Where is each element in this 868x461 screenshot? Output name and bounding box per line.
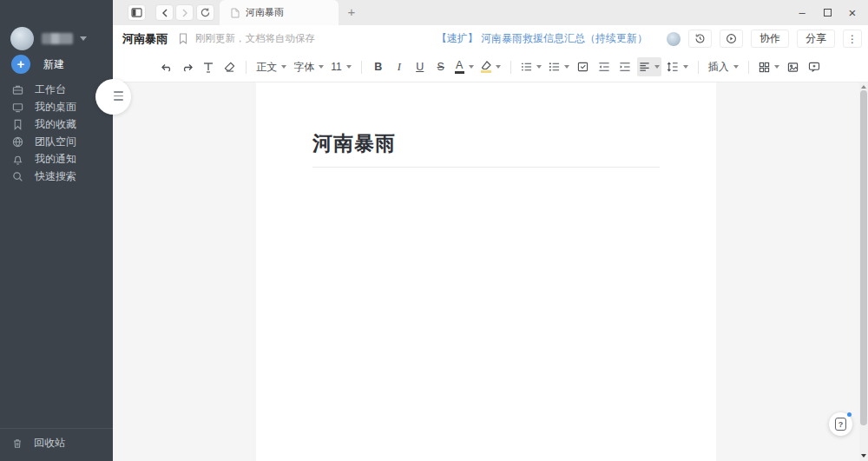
- bullet-list-icon: [549, 62, 560, 72]
- new-tab-button[interactable]: +: [342, 3, 361, 22]
- version-history-button[interactable]: [688, 30, 712, 48]
- checklist-button[interactable]: [575, 57, 592, 76]
- checklist-icon: [577, 62, 589, 72]
- sidebar-item-notifications[interactable]: 我的通知: [0, 150, 113, 168]
- notification-dot: [847, 412, 852, 417]
- format-painter-icon: [203, 62, 214, 73]
- maximize-button[interactable]: [815, 0, 839, 25]
- document-page[interactable]: 河南暴雨: [256, 82, 716, 461]
- notifications-icon: [12, 154, 23, 165]
- alignment-button[interactable]: [637, 57, 661, 76]
- minimize-button[interactable]: –: [790, 0, 814, 25]
- undo-icon: [161, 63, 173, 72]
- announcement-link[interactable]: 【速扩】 河南暴雨救援信息汇总（持续更新）: [437, 31, 648, 46]
- workbench-icon: [12, 84, 23, 95]
- back-button[interactable]: [155, 4, 174, 21]
- scrollbar-thumb[interactable]: [860, 90, 867, 425]
- plus-icon: +: [11, 55, 30, 74]
- font-size-dropdown[interactable]: 11: [329, 57, 352, 76]
- header-actions: 【速扩】 河南暴雨救援信息汇总（持续更新） 协作 分享 ⋮: [437, 25, 862, 52]
- strikethrough-button[interactable]: S: [432, 57, 450, 76]
- toolbar-divider: [246, 61, 247, 74]
- chevron-down-icon: [496, 65, 501, 69]
- trash-icon: [12, 438, 23, 449]
- history-icon: [694, 33, 706, 44]
- chevron-down-icon: [319, 65, 324, 69]
- image-icon: [787, 62, 799, 73]
- user-name-blurred: [42, 33, 73, 44]
- insert-table-button[interactable]: [757, 57, 781, 76]
- sidebar-item-quick-search[interactable]: 快速搜索: [0, 168, 113, 185]
- insert-image-button[interactable]: [785, 57, 802, 76]
- format-painter-button[interactable]: [200, 57, 217, 76]
- underline-button[interactable]: U: [411, 57, 429, 76]
- tab-active[interactable]: 河南暴雨: [220, 0, 339, 25]
- document-title[interactable]: 河南暴雨: [312, 130, 396, 157]
- sidebar-divider: [0, 428, 113, 429]
- font-color-button[interactable]: A: [453, 57, 476, 76]
- clear-format-button[interactable]: [220, 57, 238, 76]
- collaborate-button[interactable]: 协作: [751, 30, 789, 48]
- undo-button[interactable]: [158, 57, 175, 76]
- italic-button[interactable]: I: [391, 57, 408, 76]
- sidebar-item-recycle-bin[interactable]: 回收站: [0, 434, 113, 451]
- highlighter-icon: [481, 61, 491, 73]
- sidebar-item-label: 快速搜索: [35, 169, 76, 184]
- highlight-color-button[interactable]: [479, 57, 503, 76]
- toggle-sidebar-button[interactable]: [128, 4, 146, 21]
- chevron-down-icon: [80, 36, 87, 41]
- sidebar: + 新建 工作台 我的桌面 我的收藏 团队空间 我的通知 快速搜索: [0, 0, 113, 461]
- ordered-list-button[interactable]: [519, 57, 543, 76]
- more-options-button[interactable]: ⋮: [843, 30, 862, 48]
- forward-icon: [181, 9, 188, 17]
- indent-button[interactable]: [616, 57, 634, 76]
- sidebar-item-label: 回收站: [34, 436, 65, 451]
- insert-comment-button[interactable]: [806, 57, 823, 76]
- ordered-list-icon: [521, 62, 532, 72]
- search-icon: [12, 171, 23, 182]
- close-button[interactable]: ×: [840, 0, 865, 25]
- outline-toggle-button[interactable]: [95, 79, 131, 115]
- chevron-down-icon: [281, 65, 286, 69]
- new-document-button[interactable]: + 新建: [11, 55, 64, 74]
- title-divider: [312, 167, 660, 168]
- scroll-up-arrow-icon[interactable]: [861, 85, 866, 89]
- paragraph-style-dropdown[interactable]: 正文: [254, 57, 288, 76]
- line-height-button[interactable]: [665, 57, 690, 76]
- favorites-icon: [12, 119, 23, 130]
- outdent-button[interactable]: [595, 57, 613, 76]
- presentation-mode-button[interactable]: [720, 30, 743, 48]
- help-button[interactable]: ?: [829, 412, 852, 436]
- scroll-down-arrow-icon[interactable]: [861, 454, 866, 458]
- toolbar-divider: [510, 61, 511, 74]
- chevron-down-icon: [654, 65, 660, 69]
- redo-button[interactable]: [179, 57, 196, 76]
- refresh-button[interactable]: [196, 4, 214, 21]
- font-family-dropdown[interactable]: 字体: [292, 57, 326, 76]
- collaborator-avatar[interactable]: [667, 32, 681, 46]
- comment-icon: [808, 62, 820, 72]
- insert-dropdown[interactable]: 插入: [707, 57, 740, 76]
- sidebar-item-favorites[interactable]: 我的收藏: [0, 115, 113, 133]
- chevron-down-icon: [683, 65, 688, 69]
- sidebar-item-team-space[interactable]: 团队空间: [0, 133, 113, 150]
- editor-content-area: 河南暴雨 ?: [113, 82, 868, 461]
- forward-button[interactable]: [175, 4, 194, 21]
- help-icon: ?: [835, 418, 846, 431]
- chevron-down-icon: [774, 65, 779, 69]
- vertical-scrollbar[interactable]: [859, 82, 868, 461]
- outline-icon: [114, 91, 123, 103]
- desktop-icon: [12, 102, 23, 113]
- bullet-list-button[interactable]: [547, 57, 571, 76]
- sidebar-item-label: 工作台: [35, 82, 66, 97]
- document-header: 河南暴雨 刚刚更新，文档将自动保存 【速扩】 河南暴雨救援信息汇总（持续更新） …: [113, 25, 868, 52]
- bold-button[interactable]: B: [370, 57, 387, 76]
- bookmark-button[interactable]: [179, 33, 187, 44]
- main-area: 河南暴雨 + – × 河南暴雨 刚刚更新，文档将自动保存 【速扩】 河南暴雨救援…: [113, 0, 868, 461]
- user-avatar: [10, 27, 34, 50]
- user-account[interactable]: [10, 27, 87, 50]
- refresh-icon: [201, 8, 210, 17]
- format-toolbar: 正文 字体 11 B I U S A: [113, 52, 868, 82]
- share-button[interactable]: 分享: [797, 30, 835, 48]
- outdent-icon: [598, 62, 610, 72]
